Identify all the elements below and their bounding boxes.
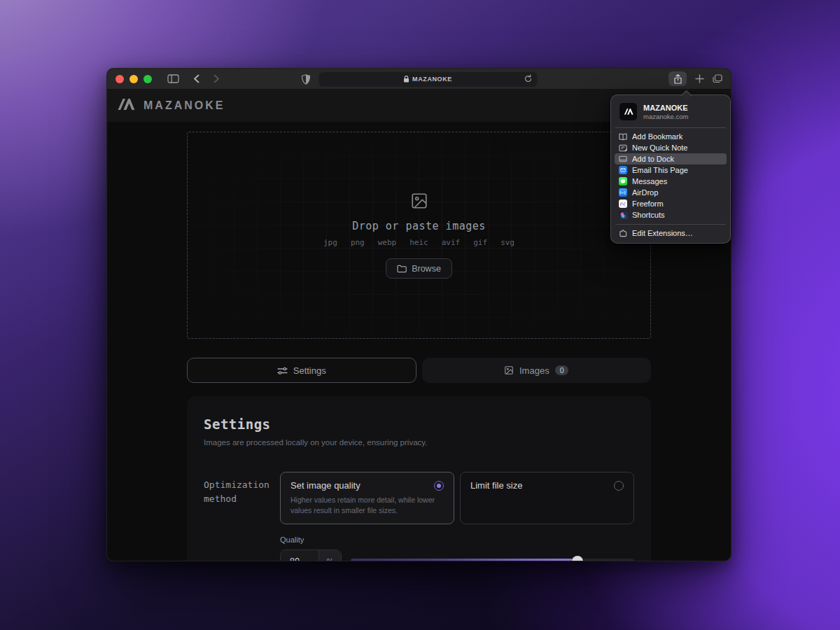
browse-button-label: Browse [412,264,441,274]
format-label: webp [378,238,397,247]
menu-item-label: Add Bookmark [632,132,682,141]
share-site-domain: mazanoke.com [643,113,688,120]
menu-item-label: Shortcuts [632,211,664,219]
share-menu-header: MAZANOKE mazanoke.com [615,99,727,126]
slider-track[interactable] [351,559,634,561]
lock-icon [403,76,409,83]
quality-input-group: 80 % [280,550,342,561]
browse-button[interactable]: Browse [386,258,452,279]
menu-item-shortcuts[interactable]: Shortcuts [615,209,727,220]
option-title: Set image quality [290,480,360,491]
menu-item-label: Messages [632,177,667,186]
new-tab-icon[interactable] [695,74,704,83]
mazanoke-app-icon [619,102,638,121]
share-menu: MAZANOKE mazanoke.com Add Bookmark New Q… [610,94,731,244]
brand-name: MAZANOKE [144,99,225,112]
format-label: gif [473,238,487,247]
tab-images-label: Images [519,365,550,376]
quick-note-icon [618,144,627,153]
dropzone-title: Drop or paste images [352,220,486,232]
book-icon [618,132,627,141]
radio-unselected-icon[interactable] [614,481,624,491]
menu-item-label: AirDrop [632,188,658,197]
settings-subtitle: Images are processed locally on your dev… [204,438,634,447]
images-count-badge: 0 [555,365,569,375]
settings-panel: Settings Images are processed locally on… [187,396,651,561]
dock-icon [618,155,627,164]
menu-item-label: Freeform [632,200,664,208]
view-tabs: Settings Images 0 [187,358,651,383]
share-button[interactable] [668,71,687,86]
freeform-icon [618,200,627,209]
shortcuts-icon [618,211,627,220]
address-bar[interactable]: MAZANOKE [318,72,537,87]
window-controls [115,75,152,83]
format-label: heic [410,238,428,247]
radio-selected-icon[interactable] [434,481,444,491]
address-bar-title: MAZANOKE [412,76,452,83]
menu-item-messages[interactable]: Messages [615,176,727,187]
minimize-window-button[interactable] [130,75,138,83]
image-icon [410,192,428,213]
quality-slider[interactable] [351,550,634,561]
slider-thumb[interactable] [572,556,583,561]
share-site-name: MAZANOKE [643,104,688,112]
browser-titlebar: MAZANOKE [107,69,731,90]
optimization-method-label: Optimization method [204,472,280,561]
menu-item-add-bookmark[interactable]: Add Bookmark [615,131,727,142]
menu-item-label: Add to Dock [632,155,674,163]
mail-icon [618,166,627,175]
image-drop-zone[interactable]: Drop or paste images jpg png webp heic a… [187,132,651,339]
zoom-window-button[interactable] [144,75,152,83]
menu-item-edit-extensions[interactable]: Edit Extensions… [615,227,727,239]
menu-item-label: Email This Page [632,166,688,174]
option-description: Higher values retain more detail, while … [290,495,444,516]
option-limit-file-size[interactable]: Limit file size [460,472,634,524]
privacy-shield-icon[interactable] [301,74,310,85]
format-label: jpg [323,238,337,247]
format-label: png [351,238,365,247]
sidebar-toggle-icon[interactable] [167,74,179,83]
slider-fill [351,559,578,561]
airdrop-icon [618,188,627,197]
menu-divider [615,224,726,225]
tab-settings-label: Settings [293,365,326,376]
close-window-button[interactable] [115,75,124,83]
menu-item-email-this-page[interactable]: Email This Page [615,164,727,176]
quality-label: Quality [280,536,634,544]
option-set-image-quality[interactable]: Set image quality Higher values retain m… [280,472,454,524]
menu-item-airdrop[interactable]: AirDrop [615,187,727,198]
option-title: Limit file size [470,480,522,491]
image-icon [504,365,514,375]
folder-icon [397,265,407,273]
forward-icon[interactable] [214,74,220,83]
format-label: avif [442,238,461,247]
mazanoke-logo-icon [115,97,136,114]
tab-images[interactable]: Images 0 [422,358,652,383]
quality-unit: % [318,550,341,561]
menu-item-new-quick-note[interactable]: New Quick Note [615,142,727,153]
desktop-wallpaper: MAZANOKE [0,0,840,630]
format-label: svg [500,238,514,247]
menu-item-label: New Quick Note [632,144,687,152]
settings-heading: Settings [204,416,634,432]
menu-item-label: Edit Extensions… [632,229,693,237]
puzzle-icon [618,229,627,238]
menu-item-add-to-dock[interactable]: Add to Dock [615,153,727,164]
supported-formats: jpg png webp heic avif gif svg [323,238,514,247]
tab-settings[interactable]: Settings [187,358,416,383]
menu-divider [615,127,726,128]
messages-icon [618,177,627,186]
menu-item-freeform[interactable]: Freeform [615,198,727,209]
quality-value-input[interactable]: 80 [281,550,318,561]
sliders-icon [277,366,288,375]
reload-icon[interactable] [524,74,532,83]
tab-overview-icon[interactable] [713,74,722,83]
back-icon[interactable] [193,74,200,83]
